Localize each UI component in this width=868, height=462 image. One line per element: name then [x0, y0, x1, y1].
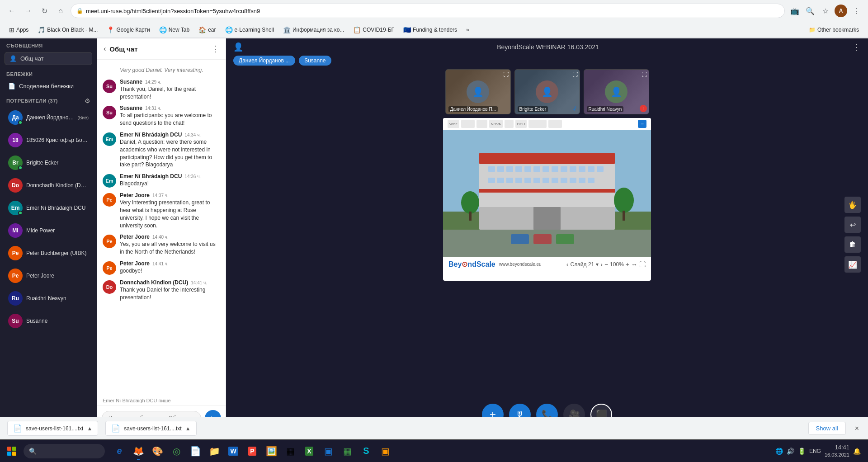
fullscreen-button[interactable]: ⛶: [639, 261, 646, 268]
taskbar-search[interactable]: 🔍: [24, 444, 105, 458]
back-button[interactable]: ←: [5, 5, 18, 17]
download-chevron-1[interactable]: ▲: [87, 425, 92, 432]
sidebar-item-user-mi[interactable]: Mi Mide Power: [2, 220, 95, 241]
taskbar-app-misc1[interactable]: ▦: [281, 441, 299, 461]
sidebar-item-user-br[interactable]: Br Brigitte Ecker: [2, 152, 95, 174]
sidebar-item-user-pe2[interactable]: Pe Peter Joore: [2, 265, 95, 287]
start-button[interactable]: [2, 441, 22, 461]
address-bar[interactable]: 🔒 meet.uni-ruse.bg/html5client/join?sess…: [71, 4, 785, 18]
msg-body: Very good Daniel. Very interesting.: [120, 66, 220, 74]
taskbar-app-firefox[interactable]: 🦊: [129, 441, 147, 461]
download-chevron-2[interactable]: ▲: [185, 425, 191, 432]
notification-icon[interactable]: 🔔: [853, 448, 861, 455]
taskbar-app-chrome[interactable]: ◎: [167, 441, 185, 461]
cast-icon[interactable]: 📺: [788, 5, 801, 17]
expand-icon-daniel[interactable]: ⛶: [503, 71, 509, 78]
taskbar-app-powerpoint[interactable]: P: [243, 441, 261, 461]
sidebar-item-user-ru[interactable]: Ru Ruaidhri Neavyn: [2, 288, 95, 309]
presentation-minimize-button[interactable]: −: [638, 120, 646, 128]
bookmark-funding[interactable]: 🇪🇺 Funding & tenders: [400, 24, 461, 35]
general-chat-item[interactable]: 👤 Общ чат: [5, 52, 92, 65]
mic-icon: 🎙: [571, 105, 578, 112]
slide-dropdown[interactable]: Слайд 21 ▾: [571, 261, 599, 268]
msg-body: Donnchadh Kindlon (DCU) 14:41 ч. Thank y…: [120, 279, 220, 302]
taskbar-app-paint[interactable]: 🎨: [148, 441, 166, 461]
svg-rect-29: [588, 178, 594, 183]
bookmark-info[interactable]: 🏛️ Информация за ко...: [279, 24, 348, 35]
message-item: Pe Peter Joore 14:37 ч. Very interesting…: [97, 190, 226, 232]
taskbar-app-photos[interactable]: 🖼️: [262, 441, 280, 461]
video-more-button[interactable]: ⋮: [853, 42, 861, 52]
zoom-icon[interactable]: 🔍: [804, 5, 816, 17]
profile-avatar[interactable]: A: [835, 5, 847, 17]
menu-icon[interactable]: ⋮: [850, 5, 863, 17]
show-all-button[interactable]: Show all: [808, 422, 846, 435]
bookmark-star-icon[interactable]: ☆: [819, 5, 832, 17]
download-bar-close-button[interactable]: ×: [853, 423, 861, 434]
battery-icon[interactable]: 🔋: [798, 448, 806, 455]
prev-slide-button[interactable]: ‹: [566, 261, 569, 268]
bookmark-covid[interactable]: 📋 COVID19-БГ: [349, 24, 398, 35]
bookmark-info-label: Информация за ко...: [292, 27, 344, 33]
undo-button[interactable]: ↩: [844, 217, 861, 233]
participant-chip-susanne[interactable]: Susanne: [299, 56, 331, 66]
fit-button[interactable]: ↔: [631, 261, 637, 268]
zoom-in-button[interactable]: +: [626, 261, 629, 268]
bookmark-google-maps[interactable]: 📍 Google Карти: [103, 24, 153, 35]
typing-indicator: Emer Ní Bhrádaigh DCU пише: [97, 396, 226, 405]
taskbar-app-misc2[interactable]: ▣: [319, 441, 337, 461]
more-bookmarks-button[interactable]: »: [462, 25, 473, 35]
svg-rect-30: [479, 189, 615, 193]
other-bookmarks[interactable]: 📁 Other bookmarks: [805, 25, 863, 35]
windows-icon: [7, 447, 16, 456]
zoom-out-button[interactable]: −: [604, 261, 608, 268]
clock[interactable]: 14:41 16.03.2021: [825, 444, 849, 458]
taskbar-app-ie[interactable]: e: [110, 441, 128, 461]
taskbar-app-misc3[interactable]: ▦: [338, 441, 356, 461]
bookmark-apps[interactable]: ⊞ Apps: [5, 24, 32, 35]
clear-button[interactable]: 🗑: [844, 236, 861, 253]
username-pe2: Peter Joore: [26, 273, 89, 279]
msg-avatar: Pe: [103, 261, 116, 275]
bookmark-black-on-black[interactable]: 🎵 Black On Black - M...: [34, 24, 101, 35]
sidebar-item-user-em[interactable]: Em Emer Ní Bhrádaigh DCU: [2, 197, 95, 219]
volume-icon[interactable]: 🔊: [787, 448, 794, 455]
user-tag-da: (Вие): [78, 115, 89, 120]
users-gear-icon[interactable]: ⚙: [85, 97, 90, 104]
expand-icon-brigitte[interactable]: ⛶: [572, 71, 578, 78]
svg-rect-21: [515, 178, 522, 183]
svg-rect-34: [469, 212, 472, 221]
hand-tool-button[interactable]: 🖐: [844, 197, 861, 213]
users-section-title: ПОТРЕБИТЕЛИ (37): [6, 98, 58, 104]
taskbar-app-misc4[interactable]: S: [357, 441, 375, 461]
bookmark-elearning[interactable]: 🌐 e-Learning Shell: [222, 24, 278, 35]
chart-button[interactable]: 📈: [844, 256, 861, 273]
shared-notes-item[interactable]: 📄 Споделени бележки: [2, 79, 95, 93]
taskbar-app-excel[interactable]: X: [300, 441, 318, 461]
taskbar-app-acrobat[interactable]: 📄: [186, 441, 204, 461]
chat-back-button[interactable]: ‹: [104, 45, 106, 53]
users-section-header: ПОТРЕБИТЕЛИ (37) ⚙: [0, 94, 97, 106]
sidebar-item-user-do[interactable]: Do Donnchadh Kindlon (DCU): [2, 174, 95, 196]
home-button[interactable]: ⌂: [54, 5, 67, 17]
taskbar-app-files[interactable]: 📁: [205, 441, 223, 461]
expand-icon-ruaidhri[interactable]: ⛶: [642, 71, 647, 78]
sidebar-item-user-pe1[interactable]: Pe Peter Buchberger (UIBK): [2, 242, 95, 264]
chat-more-button[interactable]: ⋮: [211, 44, 219, 54]
participant-chip-daniel[interactable]: Даниел Йорданов ...: [233, 56, 295, 66]
network-icon[interactable]: 🌐: [775, 448, 783, 455]
bookmark-ear[interactable]: 🏠 ear: [195, 24, 219, 35]
sidebar-item-user-18[interactable]: 18 185026 Кристофър Борисов: [2, 129, 95, 151]
logo-3: [505, 120, 514, 128]
sidebar-item-user-da[interactable]: Да Даниел Йорданов Пав... (Вие): [2, 107, 95, 128]
taskbar-app-misc5[interactable]: ▣: [376, 441, 394, 461]
next-slide-button[interactable]: ›: [600, 261, 603, 268]
forward-button[interactable]: →: [22, 5, 34, 17]
svg-rect-24: [542, 178, 549, 183]
bookmark-new-tab[interactable]: 🌐 New Tab: [156, 24, 193, 35]
online-indicator-br: [18, 165, 23, 170]
refresh-button[interactable]: ↻: [38, 5, 51, 17]
sidebar-item-user-su[interactable]: Su Susanne: [2, 310, 95, 332]
misc4-icon: S: [363, 446, 369, 456]
taskbar-app-word[interactable]: W: [224, 441, 242, 461]
